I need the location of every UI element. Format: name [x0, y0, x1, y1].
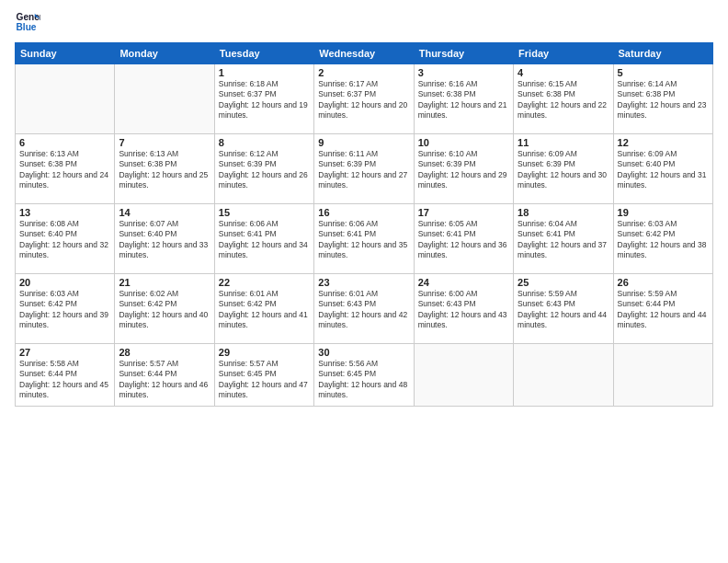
- calendar-cell: 28Sunrise: 5:57 AM Sunset: 6:44 PM Dayli…: [115, 344, 214, 407]
- day-number: 12: [618, 137, 709, 148]
- calendar-cell: 12Sunrise: 6:09 AM Sunset: 6:40 PM Dayli…: [613, 134, 712, 204]
- day-number: 1: [219, 67, 310, 78]
- calendar-cell: 3Sunrise: 6:16 AM Sunset: 6:38 PM Daylig…: [414, 64, 513, 134]
- calendar-body: 1Sunrise: 6:18 AM Sunset: 6:37 PM Daylig…: [16, 64, 713, 407]
- logo: General Blue: [15, 9, 44, 35]
- cell-info: Sunrise: 6:02 AM Sunset: 6:42 PM Dayligh…: [119, 289, 210, 331]
- weekday-header: Sunday: [16, 43, 115, 64]
- cell-info: Sunrise: 6:09 AM Sunset: 6:39 PM Dayligh…: [518, 149, 609, 191]
- calendar-header-row: SundayMondayTuesdayWednesdayThursdayFrid…: [16, 43, 713, 64]
- calendar-week-row: 6Sunrise: 6:13 AM Sunset: 6:38 PM Daylig…: [16, 134, 713, 204]
- cell-info: Sunrise: 6:13 AM Sunset: 6:38 PM Dayligh…: [19, 149, 110, 191]
- cell-info: Sunrise: 6:12 AM Sunset: 6:39 PM Dayligh…: [219, 149, 310, 191]
- calendar-cell: 27Sunrise: 5:58 AM Sunset: 6:44 PM Dayli…: [16, 344, 115, 407]
- cell-info: Sunrise: 6:05 AM Sunset: 6:41 PM Dayligh…: [418, 219, 509, 261]
- day-number: 21: [119, 277, 210, 288]
- calendar-cell: 15Sunrise: 6:06 AM Sunset: 6:41 PM Dayli…: [214, 204, 313, 274]
- calendar-cell: 21Sunrise: 6:02 AM Sunset: 6:42 PM Dayli…: [115, 274, 214, 344]
- calendar-cell: 22Sunrise: 6:01 AM Sunset: 6:42 PM Dayli…: [214, 274, 313, 344]
- cell-info: Sunrise: 6:10 AM Sunset: 6:39 PM Dayligh…: [418, 149, 509, 191]
- calendar-cell: [115, 64, 214, 134]
- calendar-cell: 13Sunrise: 6:08 AM Sunset: 6:40 PM Dayli…: [16, 204, 115, 274]
- cell-info: Sunrise: 6:07 AM Sunset: 6:40 PM Dayligh…: [119, 219, 210, 261]
- calendar-cell: 25Sunrise: 5:59 AM Sunset: 6:43 PM Dayli…: [514, 274, 613, 344]
- calendar-cell: 29Sunrise: 5:57 AM Sunset: 6:45 PM Dayli…: [214, 344, 313, 407]
- calendar-cell: [16, 64, 115, 134]
- calendar-cell: [514, 344, 613, 407]
- cell-info: Sunrise: 5:59 AM Sunset: 6:43 PM Dayligh…: [518, 289, 609, 331]
- day-number: 6: [19, 137, 110, 148]
- header: General Blue: [15, 9, 713, 35]
- day-number: 18: [518, 207, 609, 218]
- calendar-cell: 23Sunrise: 6:01 AM Sunset: 6:43 PM Dayli…: [314, 274, 414, 344]
- calendar-week-row: 13Sunrise: 6:08 AM Sunset: 6:40 PM Dayli…: [16, 204, 713, 274]
- day-number: 30: [318, 347, 409, 358]
- calendar-cell: 9Sunrise: 6:11 AM Sunset: 6:39 PM Daylig…: [314, 134, 414, 204]
- day-number: 9: [318, 137, 409, 148]
- logo-icon: General Blue: [15, 9, 40, 35]
- cell-info: Sunrise: 5:58 AM Sunset: 6:44 PM Dayligh…: [19, 359, 110, 401]
- calendar-cell: 30Sunrise: 5:56 AM Sunset: 6:45 PM Dayli…: [314, 344, 414, 407]
- cell-info: Sunrise: 6:16 AM Sunset: 6:38 PM Dayligh…: [418, 79, 509, 121]
- weekday-header: Wednesday: [314, 43, 414, 64]
- day-number: 2: [318, 67, 409, 78]
- calendar-cell: [613, 344, 712, 407]
- day-number: 16: [318, 207, 409, 218]
- day-number: 11: [518, 137, 609, 148]
- cell-info: Sunrise: 6:03 AM Sunset: 6:42 PM Dayligh…: [19, 289, 110, 331]
- day-number: 15: [219, 207, 310, 218]
- day-number: 28: [119, 347, 210, 358]
- day-number: 4: [518, 67, 609, 78]
- calendar-cell: 2Sunrise: 6:17 AM Sunset: 6:37 PM Daylig…: [314, 64, 414, 134]
- day-number: 23: [318, 277, 409, 288]
- day-number: 13: [19, 207, 110, 218]
- day-number: 20: [19, 277, 110, 288]
- weekday-header: Friday: [514, 43, 613, 64]
- cell-info: Sunrise: 6:01 AM Sunset: 6:43 PM Dayligh…: [318, 289, 409, 331]
- day-number: 19: [618, 207, 709, 218]
- day-number: 3: [418, 67, 509, 78]
- cell-info: Sunrise: 5:59 AM Sunset: 6:44 PM Dayligh…: [618, 289, 709, 331]
- day-number: 29: [219, 347, 310, 358]
- svg-text:Blue: Blue: [17, 22, 37, 32]
- calendar-cell: 5Sunrise: 6:14 AM Sunset: 6:38 PM Daylig…: [613, 64, 712, 134]
- day-number: 5: [618, 67, 709, 78]
- day-number: 14: [119, 207, 210, 218]
- page: General Blue SundayMondayTuesdayWednesda…: [0, 0, 728, 563]
- day-number: 10: [418, 137, 509, 148]
- calendar-cell: 19Sunrise: 6:03 AM Sunset: 6:42 PM Dayli…: [613, 204, 712, 274]
- calendar-cell: 14Sunrise: 6:07 AM Sunset: 6:40 PM Dayli…: [115, 204, 214, 274]
- weekday-header: Saturday: [613, 43, 712, 64]
- calendar-cell: 6Sunrise: 6:13 AM Sunset: 6:38 PM Daylig…: [16, 134, 115, 204]
- cell-info: Sunrise: 6:01 AM Sunset: 6:42 PM Dayligh…: [219, 289, 310, 331]
- calendar-cell: 17Sunrise: 6:05 AM Sunset: 6:41 PM Dayli…: [414, 204, 513, 274]
- cell-info: Sunrise: 6:14 AM Sunset: 6:38 PM Dayligh…: [618, 79, 709, 121]
- cell-info: Sunrise: 6:15 AM Sunset: 6:38 PM Dayligh…: [518, 79, 609, 121]
- cell-info: Sunrise: 6:00 AM Sunset: 6:43 PM Dayligh…: [418, 289, 509, 331]
- day-number: 7: [119, 137, 210, 148]
- calendar-cell: 16Sunrise: 6:06 AM Sunset: 6:41 PM Dayli…: [314, 204, 414, 274]
- calendar-cell: 4Sunrise: 6:15 AM Sunset: 6:38 PM Daylig…: [514, 64, 613, 134]
- cell-info: Sunrise: 6:17 AM Sunset: 6:37 PM Dayligh…: [318, 79, 409, 121]
- calendar-cell: 1Sunrise: 6:18 AM Sunset: 6:37 PM Daylig…: [214, 64, 313, 134]
- day-number: 27: [19, 347, 110, 358]
- cell-info: Sunrise: 6:08 AM Sunset: 6:40 PM Dayligh…: [19, 219, 110, 261]
- calendar-cell: 11Sunrise: 6:09 AM Sunset: 6:39 PM Dayli…: [514, 134, 613, 204]
- cell-info: Sunrise: 6:06 AM Sunset: 6:41 PM Dayligh…: [219, 219, 310, 261]
- calendar-week-row: 27Sunrise: 5:58 AM Sunset: 6:44 PM Dayli…: [16, 344, 713, 407]
- calendar-cell: 26Sunrise: 5:59 AM Sunset: 6:44 PM Dayli…: [613, 274, 712, 344]
- cell-info: Sunrise: 6:11 AM Sunset: 6:39 PM Dayligh…: [318, 149, 409, 191]
- calendar-cell: 20Sunrise: 6:03 AM Sunset: 6:42 PM Dayli…: [16, 274, 115, 344]
- cell-info: Sunrise: 5:57 AM Sunset: 6:45 PM Dayligh…: [219, 359, 310, 401]
- cell-info: Sunrise: 6:03 AM Sunset: 6:42 PM Dayligh…: [618, 219, 709, 261]
- calendar-cell: [414, 344, 513, 407]
- day-number: 22: [219, 277, 310, 288]
- cell-info: Sunrise: 6:04 AM Sunset: 6:41 PM Dayligh…: [518, 219, 609, 261]
- calendar-cell: 18Sunrise: 6:04 AM Sunset: 6:41 PM Dayli…: [514, 204, 613, 274]
- weekday-header: Monday: [115, 43, 214, 64]
- cell-info: Sunrise: 6:13 AM Sunset: 6:38 PM Dayligh…: [119, 149, 210, 191]
- calendar-cell: 10Sunrise: 6:10 AM Sunset: 6:39 PM Dayli…: [414, 134, 513, 204]
- calendar-cell: 7Sunrise: 6:13 AM Sunset: 6:38 PM Daylig…: [115, 134, 214, 204]
- cell-info: Sunrise: 5:57 AM Sunset: 6:44 PM Dayligh…: [119, 359, 210, 401]
- day-number: 25: [518, 277, 609, 288]
